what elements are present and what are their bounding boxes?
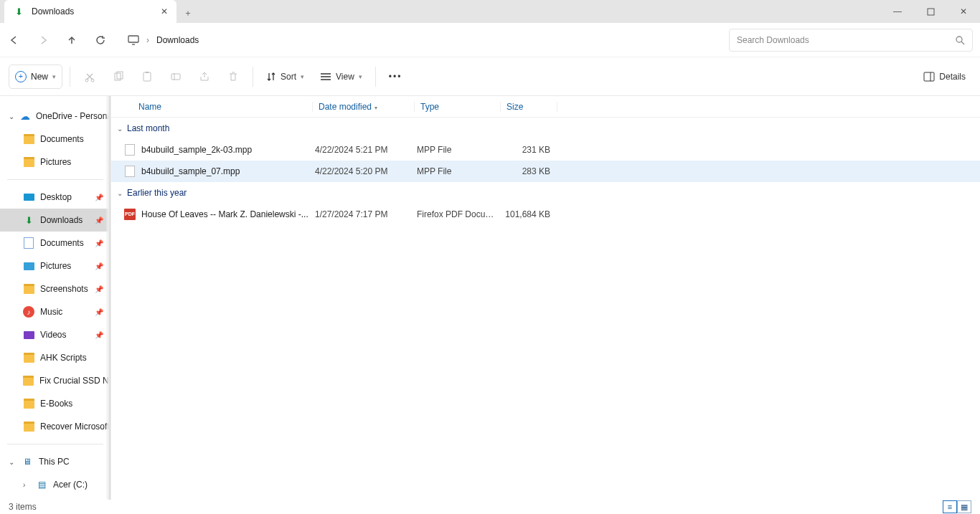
pin-icon: 📌: [95, 331, 103, 339]
sidebar-label: Screenshots: [40, 284, 88, 294]
sidebar-item-ahk-scripts[interactable]: AHK Scripts: [0, 346, 110, 369]
tab-title: Downloads: [32, 6, 74, 16]
sidebar-item-videos[interactable]: Videos 📌: [0, 323, 110, 346]
rename-button[interactable]: [164, 65, 188, 89]
svg-rect-0: [928, 9, 934, 15]
search-icon: [955, 35, 965, 45]
status-bar: 3 items ≡ ▦: [0, 500, 980, 514]
sidebar-item-acer-c[interactable]: › Acer (C:): [0, 473, 110, 496]
column-type[interactable]: Type: [414, 102, 500, 112]
file-date: 4/22/2024 5:20 PM: [315, 166, 417, 176]
column-date-modified[interactable]: Date modified▾: [312, 102, 414, 112]
new-button[interactable]: + New ▾: [9, 65, 62, 89]
more-button[interactable]: •••: [383, 65, 408, 89]
pin-icon: 📌: [95, 285, 103, 293]
sidebar-item-music[interactable]: Music 📌: [0, 300, 110, 323]
divider: [375, 67, 376, 87]
minimize-button[interactable]: —: [881, 0, 914, 23]
titlebar: Downloads ✕ ＋ — ✕: [0, 0, 980, 23]
chevron-right-icon: ›: [23, 481, 30, 489]
pin-icon: 📌: [95, 239, 103, 247]
sidebar-item-ebooks[interactable]: E-Books: [0, 392, 110, 415]
column-name[interactable]: Name: [133, 102, 312, 112]
close-tab-button[interactable]: ✕: [159, 6, 169, 16]
delete-button[interactable]: [221, 65, 245, 89]
forward-button[interactable]: [29, 23, 57, 57]
refresh-button[interactable]: [86, 23, 115, 57]
sidebar-item-onedrive-documents[interactable]: Documents: [0, 128, 110, 151]
file-row[interactable]: b4ubuild_sample_2k-03.mpp 4/22/2024 5:21…: [111, 139, 980, 161]
folder-icon: [23, 283, 34, 295]
maximize-button[interactable]: [914, 0, 947, 23]
drive-icon: [36, 479, 47, 490]
svg-rect-1: [128, 36, 138, 42]
tab-downloads[interactable]: Downloads ✕: [4, 0, 176, 23]
group-label: Last month: [127, 123, 169, 133]
folder-icon: [23, 398, 34, 409]
folder-icon: [23, 133, 34, 145]
sidebar-item-downloads[interactable]: Downloads 📌: [0, 209, 110, 232]
download-icon: [23, 214, 34, 226]
file-type: MPP File: [417, 145, 503, 155]
breadcrumb-location[interactable]: Downloads: [156, 35, 199, 45]
sort-button[interactable]: Sort ▾: [260, 65, 310, 89]
paste-button[interactable]: [135, 65, 159, 89]
sidebar-item-screenshots[interactable]: Screenshots 📌: [0, 277, 110, 300]
sidebar-label: Pictures: [40, 261, 71, 271]
file-name: b4ubuild_sample_2k-03.mpp: [141, 145, 315, 155]
chevron-down-icon: ▾: [301, 73, 304, 80]
view-label: View: [336, 72, 354, 82]
onedrive-icon: [20, 110, 30, 122]
search-input[interactable]: Search Downloads: [729, 29, 973, 52]
sidebar-label: E-Books: [40, 399, 72, 409]
new-tab-button[interactable]: ＋: [176, 3, 199, 23]
divider: [253, 67, 253, 87]
chevron-down-icon: ⌄: [9, 458, 16, 466]
sidebar-label: Desktop: [40, 192, 72, 202]
sidebar-item-pictures[interactable]: Pictures 📌: [0, 254, 110, 277]
sidebar-item-onedrive[interactable]: ⌄ OneDrive - Personal: [0, 105, 110, 128]
folder-icon: [23, 375, 34, 386]
sidebar-item-desktop[interactable]: Desktop 📌: [0, 186, 110, 209]
sidebar-item-documents[interactable]: Documents 📌: [0, 232, 110, 254]
sidebar-item-fix-ssd[interactable]: Fix Crucial SSD Not Showing Up: [0, 369, 110, 392]
folder-icon: [23, 352, 34, 363]
ellipsis-icon: •••: [389, 72, 402, 82]
item-count: 3 items: [9, 502, 37, 512]
back-button[interactable]: [0, 23, 29, 57]
pdf-icon: [124, 209, 136, 220]
sidebar-item-this-pc[interactable]: ⌄ This PC: [0, 450, 110, 473]
sidebar-item-recover[interactable]: Recover Microsoft: [0, 415, 110, 438]
sidebar-label: Recover Microsoft: [40, 422, 110, 432]
svg-rect-7: [143, 72, 151, 81]
divider: [70, 67, 70, 87]
group-earlier-this-year[interactable]: ⌄ Earlier this year: [111, 182, 980, 204]
file-row[interactable]: b4ubuild_sample_07.mpp 4/22/2024 5:20 PM…: [111, 161, 980, 182]
sidebar: ⌄ OneDrive - Personal Documents Pictures…: [0, 96, 111, 500]
close-window-button[interactable]: ✕: [947, 0, 980, 23]
view-mode-details[interactable]: ≡: [943, 500, 957, 513]
view-mode-tiles[interactable]: ▦: [957, 500, 971, 513]
group-last-month[interactable]: ⌄ Last month: [111, 118, 980, 139]
divider: [7, 179, 103, 180]
pictures-icon: [23, 260, 34, 272]
folder-icon: [23, 421, 34, 432]
file-type: Firefox PDF Docu…: [417, 209, 503, 219]
sort-indicator-icon: ▾: [374, 105, 377, 111]
details-button[interactable]: Details: [918, 65, 971, 89]
share-button[interactable]: [192, 65, 217, 89]
plus-circle-icon: +: [15, 71, 27, 82]
sidebar-item-onedrive-pictures[interactable]: Pictures: [0, 151, 110, 173]
cut-button[interactable]: [77, 65, 102, 89]
copy-button[interactable]: [106, 65, 131, 89]
documents-icon: [23, 237, 34, 249]
up-button[interactable]: [57, 23, 86, 57]
sidebar-label: Downloads: [40, 215, 83, 225]
file-row[interactable]: House Of Leaves -- Mark Z. Danielewski -…: [111, 204, 980, 225]
breadcrumb[interactable]: › Downloads: [123, 35, 199, 45]
sidebar-label: Acer (C:): [53, 480, 88, 490]
chevron-down-icon: ▾: [359, 73, 362, 80]
file-icon: [124, 144, 136, 156]
column-size[interactable]: Size: [500, 102, 557, 112]
view-button[interactable]: View ▾: [314, 65, 368, 89]
